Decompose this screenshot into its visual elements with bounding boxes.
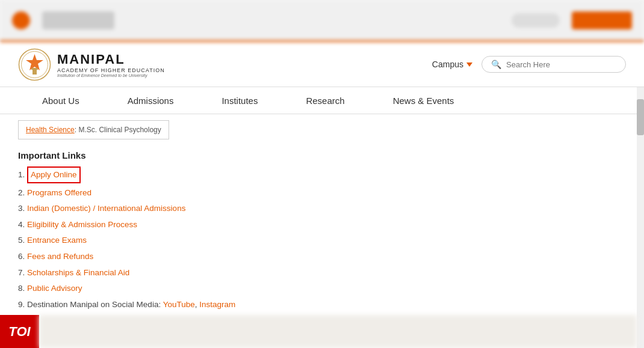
nav-item-admissions[interactable]: Admissions xyxy=(104,87,198,114)
ad-icon xyxy=(12,11,30,29)
svg-rect-4 xyxy=(33,70,37,75)
entrance-exams-link[interactable]: Entrance Exams xyxy=(27,236,87,245)
footer-blur xyxy=(39,315,637,348)
svg-marker-2 xyxy=(26,54,43,70)
scrollbar-track[interactable] xyxy=(637,87,644,348)
logo-academy: ACADEMY of HIGHER EDUCATION xyxy=(57,67,165,73)
list-item: 2. Programs Offered xyxy=(18,186,626,200)
search-hint-link[interactable]: Health Science xyxy=(26,126,75,134)
search-box[interactable]: 🔍 xyxy=(481,56,626,73)
logo-emblem xyxy=(18,48,51,81)
svg-rect-3 xyxy=(31,68,38,70)
ad-button[interactable] xyxy=(572,11,632,29)
search-input[interactable] xyxy=(506,60,615,69)
nav-item-research[interactable]: Research xyxy=(282,87,368,114)
logo-text-block: MANIPAL ACADEMY of HIGHER EDUCATION Inst… xyxy=(57,52,165,78)
scholarships-link[interactable]: Scholarships & Financial Aid xyxy=(27,268,129,277)
important-links-title: Important Links xyxy=(18,150,626,160)
list-item: 5. Entrance Exams xyxy=(18,234,626,247)
instagram-link[interactable]: Instagram xyxy=(199,300,235,309)
header-right: Campus 🔍 xyxy=(432,56,626,73)
public-advisory-link[interactable]: Public Advisory xyxy=(27,284,82,293)
navbar: About Us Admissions Institutes Research … xyxy=(0,87,644,114)
important-links-list: 1. Apply Online 2. Programs Offered 3. I… xyxy=(18,166,626,311)
list-item: 1. Apply Online xyxy=(18,166,626,183)
ad-logo xyxy=(42,11,114,29)
campus-dropdown-arrow xyxy=(466,63,472,67)
main-content: Health Science: M.Sc. Clinical Psycholog… xyxy=(0,114,644,348)
logo-manipal: MANIPAL xyxy=(57,52,165,67)
nav-item-about-us[interactable]: About Us xyxy=(18,87,104,114)
apply-online-link[interactable]: Apply Online xyxy=(31,170,77,179)
fees-refunds-link[interactable]: Fees and Refunds xyxy=(27,252,93,261)
list-item: 9. Destination Manipal on Social Media: … xyxy=(18,298,626,311)
logo-tagline: Institution of Eminence Deemed to be Uni… xyxy=(57,73,165,78)
social-media-prefix: Destination Manipal on Social Media: xyxy=(27,300,163,309)
search-icon: 🔍 xyxy=(491,60,501,69)
admissions-link[interactable]: Indian (Domestic) / International Admiss… xyxy=(27,204,185,213)
youtube-link[interactable]: YouTube xyxy=(163,300,195,309)
programs-offered-link[interactable]: Programs Offered xyxy=(27,188,91,197)
list-item: 3. Indian (Domestic) / International Adm… xyxy=(18,202,626,215)
search-hint-suffix: : M.Sc. Clinical Psychology xyxy=(75,126,161,134)
ad-pill xyxy=(512,13,560,28)
campus-label: Campus xyxy=(432,60,463,69)
toi-label: TOI xyxy=(8,324,30,340)
site-header: MANIPAL ACADEMY of HIGHER EDUCATION Inst… xyxy=(0,42,644,87)
list-item: 8. Public Advisory xyxy=(18,282,626,295)
nav-item-news-events[interactable]: News & Events xyxy=(369,87,478,114)
search-hint-box: Health Science: M.Sc. Clinical Psycholog… xyxy=(18,120,169,139)
nav-item-institutes[interactable]: Institutes xyxy=(197,87,282,114)
campus-dropdown[interactable]: Campus xyxy=(432,60,472,69)
eligibility-link[interactable]: Eligibility & Admission Process xyxy=(27,220,137,229)
list-item: 6. Fees and Refunds xyxy=(18,250,626,263)
scrollbar-thumb[interactable] xyxy=(637,99,644,135)
toi-badge[interactable]: TOI xyxy=(0,315,39,348)
apply-online-highlight-box: Apply Online xyxy=(27,166,81,183)
logo-area[interactable]: MANIPAL ACADEMY of HIGHER EDUCATION Inst… xyxy=(18,48,165,81)
list-item: 7. Scholarships & Financial Aid xyxy=(18,266,626,279)
list-item: 4. Eligibility & Admission Process xyxy=(18,218,626,231)
top-ad-bar xyxy=(0,0,644,42)
